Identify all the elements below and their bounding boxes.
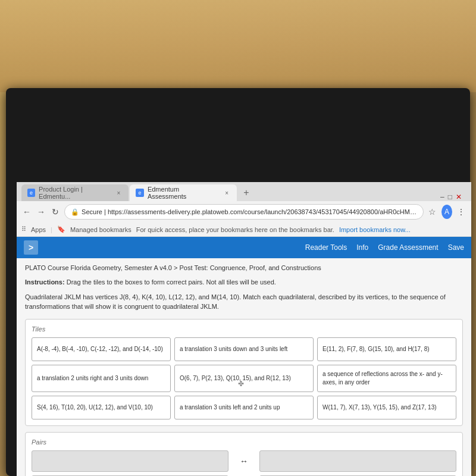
bookmark-star[interactable]: ☆ bbox=[427, 205, 438, 219]
tile-2[interactable]: a translation 3 units down and 3 units l… bbox=[174, 337, 314, 361]
forward-button[interactable]: → bbox=[36, 205, 46, 219]
toolbar-right: Reader Tools Info Grade Assessment Save bbox=[305, 243, 464, 252]
address-field[interactable]: 🔒 Secure | https://assessments-delivery.… bbox=[64, 204, 424, 220]
quick-access-text: For quick access, place your bookmarks h… bbox=[136, 226, 334, 233]
bookmark-divider: | bbox=[51, 226, 52, 233]
tab-edmentum[interactable]: e Edmentum Assessments × bbox=[130, 184, 237, 201]
tab-label-2: Edmentum Assessments bbox=[148, 186, 219, 200]
save-link[interactable]: Save bbox=[448, 243, 464, 252]
instructions-text: Drag the tiles to the boxes to form corr… bbox=[67, 278, 276, 286]
tile-7[interactable]: S(4, 16), T(10, 20), U(12, 12), and V(10… bbox=[32, 396, 171, 419]
pair-slot-right-1[interactable] bbox=[259, 450, 456, 472]
new-tab-button[interactable]: + bbox=[238, 184, 255, 201]
tab-product-login[interactable]: e Product Login | Edmentu... × bbox=[21, 184, 129, 201]
instructions-block: Instructions: Drag the tiles to the boxe… bbox=[25, 277, 463, 287]
screen: e Product Login | Edmentu... × e Edmentu… bbox=[17, 182, 471, 476]
managed-bookmarks-label: Managed bookmarks bbox=[70, 226, 131, 233]
url-text: https://assessments-delivery.ple.platowe… bbox=[108, 208, 417, 215]
pairs-container: Pairs ↔ ↔ bbox=[25, 432, 463, 477]
tab-favicon-1: e bbox=[27, 189, 35, 197]
tile-6[interactable]: a sequence of reflections across the x- … bbox=[317, 365, 456, 392]
bookmark-icon: 🔖 bbox=[57, 226, 65, 233]
user-icon[interactable]: A bbox=[441, 205, 452, 219]
menu-button[interactable]: ⋮ bbox=[456, 205, 466, 219]
apps-label: Apps bbox=[31, 226, 46, 233]
tab-close-1[interactable]: × bbox=[115, 189, 123, 197]
pairs-section-label: Pairs bbox=[32, 439, 456, 446]
import-bookmarks-link[interactable]: Import bookmarks now... bbox=[339, 226, 411, 233]
problem-text: Quadrilateral JKLM has vertices J(8, 4),… bbox=[25, 292, 463, 312]
address-bar-row: ← → ↻ 🔒 Secure | https://assessments-del… bbox=[17, 201, 471, 223]
tile-1[interactable]: A(-8, -4), B(-4, -10), C(-12, -12), and … bbox=[32, 337, 171, 361]
page-toolbar: > Reader Tools Info Grade Assessment Sav… bbox=[17, 237, 471, 258]
back-button[interactable]: ← bbox=[21, 205, 32, 219]
bookmark-bar: ⠿ Apps | 🔖 Managed bookmarks For quick a… bbox=[17, 223, 471, 237]
browser-close[interactable]: ✕ bbox=[456, 193, 462, 201]
tab-close-2[interactable]: × bbox=[223, 189, 231, 197]
grade-assessment-link[interactable]: Grade Assessment bbox=[378, 243, 438, 252]
tile-5[interactable]: O(6, 7), P(2, 13), Q(10, 15), and R(12, … bbox=[174, 365, 314, 392]
tiles-grid: A(-8, -4), B(-4, -10), C(-12, -12), and … bbox=[32, 337, 456, 419]
tile-4[interactable]: a translation 2 units right and 3 units … bbox=[32, 365, 171, 392]
tab-bar: e Product Login | Edmentu... × e Edmentu… bbox=[17, 182, 471, 201]
tiles-container: Tiles A(-8, -4), B(-4, -10), C(-12, -12)… bbox=[25, 319, 463, 426]
protocol-label: Secure bbox=[82, 208, 102, 215]
tile-8[interactable]: a translation 3 units left and 2 units u… bbox=[174, 396, 314, 419]
instructions-label: Instructions: bbox=[25, 278, 65, 286]
apps-icon: ⠿ bbox=[21, 226, 26, 233]
tab-label-1: Product Login | Edmentu... bbox=[39, 186, 111, 200]
pair-arrow-1: ↔ bbox=[232, 456, 256, 466]
tiles-section-label: Tiles bbox=[32, 325, 456, 333]
pair-slot-left-1[interactable] bbox=[32, 450, 228, 472]
refresh-button[interactable]: ↻ bbox=[50, 205, 61, 219]
browser-minimize[interactable]: – bbox=[440, 193, 444, 201]
reader-tools-link[interactable]: Reader Tools bbox=[305, 243, 347, 252]
tile-3[interactable]: E(11, 2), F(7, 8), G(15, 10), and H(17, … bbox=[317, 337, 456, 361]
breadcrumb: PLATO Course Florida Geometry, Semester … bbox=[25, 264, 463, 271]
wall-texture bbox=[0, 0, 476, 92]
monitor-bezel: e Product Login | Edmentu... × e Edmentu… bbox=[6, 88, 470, 476]
page-content: PLATO Course Florida Geometry, Semester … bbox=[17, 258, 471, 476]
browser-chrome: e Product Login | Edmentu... × e Edmentu… bbox=[17, 182, 471, 237]
tab-favicon-2: e bbox=[136, 189, 144, 197]
pair-row-1: ↔ bbox=[32, 450, 456, 472]
lock-icon: 🔒 bbox=[71, 208, 79, 216]
tile-9[interactable]: W(11, 7), X(7, 13), Y(15, 15), and Z(17,… bbox=[317, 396, 456, 419]
toolbar-nav-button[interactable]: > bbox=[24, 240, 38, 255]
info-link[interactable]: Info bbox=[356, 243, 368, 252]
browser-maximize[interactable]: □ bbox=[448, 193, 452, 201]
